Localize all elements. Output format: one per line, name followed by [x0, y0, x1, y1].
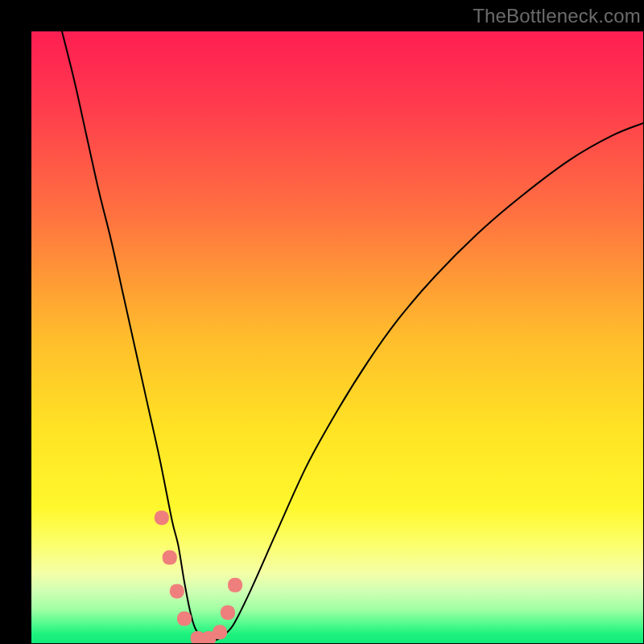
plot-area	[31, 31, 643, 643]
marker-point	[221, 605, 235, 620]
marker-point	[170, 584, 184, 598]
marker-point	[163, 551, 177, 565]
salmon-markers	[155, 510, 242, 643]
bottleneck-curve	[62, 31, 643, 641]
chart-layer	[31, 31, 643, 643]
marker-point	[213, 625, 227, 639]
watermark-label: TheBottleneck.com	[473, 5, 641, 27]
marker-point	[177, 612, 192, 626]
marker-point	[155, 510, 169, 525]
chart-frame: TheBottleneck.com	[0, 0, 644, 644]
marker-point	[228, 578, 242, 592]
